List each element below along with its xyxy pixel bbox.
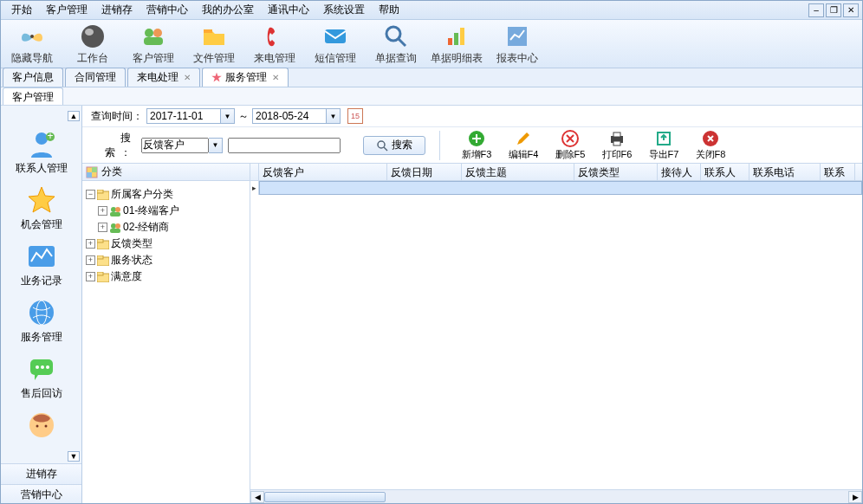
menu-item[interactable]: 进销存 bbox=[94, 1, 140, 19]
tree-node[interactable]: +满意度 bbox=[86, 268, 246, 285]
action-label: 删除F5 bbox=[555, 148, 586, 161]
chart-icon bbox=[443, 23, 470, 50]
collapse-down-button[interactable]: ▼ bbox=[68, 451, 80, 462]
toolbar-chart-button[interactable]: 单据明细表 bbox=[429, 22, 484, 67]
column-header[interactable]: 反馈日期 bbox=[387, 164, 462, 180]
toolbar-folder-button[interactable]: 文件管理 bbox=[186, 22, 242, 67]
nav-person-button[interactable]: +联系人管理 bbox=[5, 128, 78, 176]
search-text-input[interactable] bbox=[228, 138, 341, 153]
svg-rect-12 bbox=[460, 28, 464, 45]
toolbar-mail-button[interactable]: 短信管理 bbox=[308, 22, 363, 67]
scroll-track[interactable] bbox=[264, 491, 848, 503]
tree-node[interactable]: +反馈类型 bbox=[86, 236, 246, 252]
sub-tab[interactable]: 客户管理 bbox=[3, 87, 63, 105]
menu-item[interactable]: 我的办公室 bbox=[195, 1, 261, 19]
action-x-button[interactable]: 删除F5 bbox=[548, 129, 593, 161]
menu-item[interactable]: 系统设置 bbox=[316, 1, 372, 19]
tab[interactable]: 合同管理 bbox=[65, 68, 126, 87]
date-to-input[interactable] bbox=[252, 108, 327, 124]
svg-rect-38 bbox=[87, 172, 92, 178]
people-icon bbox=[109, 206, 121, 216]
tab[interactable]: 来电处理✕ bbox=[127, 68, 200, 87]
expand-icon[interactable]: + bbox=[86, 239, 95, 249]
toolbar-magnifier-button[interactable]: 单据查询 bbox=[368, 22, 424, 67]
column-header[interactable]: 联系电话 bbox=[749, 164, 821, 180]
column-header[interactable]: 反馈类型 bbox=[574, 164, 658, 180]
close-window-button[interactable]: ✕ bbox=[843, 3, 859, 17]
svg-point-0 bbox=[30, 35, 34, 38]
sidebar-section-list: 进销存营销中心我的办公室通讯中心系统设置 bbox=[1, 463, 81, 503]
search-action-bar: 搜 索： ▼ 搜索 新增F3编辑F4删除F5打印F6导出F7关闭F8 bbox=[82, 127, 862, 164]
collapse-up-button[interactable]: ▲ bbox=[68, 111, 80, 121]
calendar-icon[interactable]: 15 bbox=[347, 108, 363, 124]
tab-close-icon[interactable]: ✕ bbox=[184, 73, 191, 82]
scroll-right-button[interactable]: ▶ bbox=[848, 491, 862, 503]
nav-star-button[interactable]: 机会管理 bbox=[5, 184, 78, 232]
svg-rect-7 bbox=[325, 29, 346, 43]
toolbar-sphere-button[interactable]: 工作台 bbox=[65, 22, 120, 67]
column-header[interactable]: 联系人 bbox=[701, 164, 749, 180]
date-from-dropdown[interactable]: ▼ bbox=[221, 108, 235, 124]
nav-chat-button[interactable]: 售后回访 bbox=[5, 353, 78, 401]
column-header[interactable]: 反馈客户 bbox=[259, 164, 387, 180]
nav-face-button[interactable] bbox=[5, 410, 78, 441]
action-pencil-button[interactable]: 编辑F4 bbox=[501, 129, 546, 161]
action-export-button[interactable]: 导出F7 bbox=[641, 129, 686, 161]
svg-rect-50 bbox=[97, 255, 103, 259]
sphere-icon bbox=[79, 23, 107, 50]
search-type-combo[interactable] bbox=[141, 138, 209, 153]
tree-label: 满意度 bbox=[111, 269, 142, 284]
toolbar-people-button[interactable]: 客户管理 bbox=[126, 22, 181, 67]
svg-rect-32 bbox=[613, 132, 620, 137]
tab-label: 服务管理 bbox=[225, 70, 267, 85]
minimize-button[interactable]: – bbox=[808, 3, 824, 17]
column-header[interactable] bbox=[250, 164, 259, 180]
action-plus-button[interactable]: 新增F3 bbox=[454, 129, 499, 161]
grid-body[interactable]: ▸ bbox=[250, 181, 862, 489]
scroll-thumb[interactable] bbox=[264, 492, 386, 502]
menu-item[interactable]: 开始 bbox=[4, 1, 39, 19]
category-tree[interactable]: −所属客户分类+01-终端客户+02-经销商+反馈类型+服务状态+满意度 bbox=[82, 181, 250, 503]
column-header[interactable]: 反馈主题 bbox=[462, 164, 574, 180]
column-header[interactable]: 联系 bbox=[821, 164, 855, 180]
toolbar-report-button[interactable]: 报表中心 bbox=[490, 22, 545, 67]
action-close-button[interactable]: 关闭F8 bbox=[688, 129, 733, 161]
sidebar-section-item[interactable]: 营销中心 bbox=[1, 485, 81, 503]
tab-close-icon[interactable]: ✕ bbox=[272, 73, 279, 82]
selected-row[interactable] bbox=[259, 181, 862, 195]
tab[interactable]: 客户信息 bbox=[3, 68, 63, 87]
butterfly-icon bbox=[18, 23, 46, 50]
tree-node[interactable]: +02-经销商 bbox=[98, 219, 246, 236]
action-printer-button[interactable]: 打印F6 bbox=[594, 129, 639, 161]
tab[interactable]: 服务管理✕ bbox=[202, 68, 289, 87]
expand-icon[interactable]: + bbox=[98, 223, 107, 232]
scroll-left-button[interactable]: ◀ bbox=[250, 491, 264, 503]
tree-node[interactable]: +01-终端客户 bbox=[98, 203, 246, 219]
menu-item[interactable]: 帮助 bbox=[372, 1, 406, 19]
date-to-dropdown[interactable]: ▼ bbox=[327, 108, 341, 124]
toolbar-butterfly-button[interactable]: 隐藏导航 bbox=[4, 22, 60, 67]
tree-node[interactable]: −所属客户分类 bbox=[86, 186, 246, 203]
tree-label: 服务状态 bbox=[111, 253, 152, 268]
tree-label: 01-终端客户 bbox=[123, 204, 179, 218]
horizontal-scrollbar[interactable]: ◀ ▶ bbox=[250, 489, 862, 503]
toolbar-phone-button[interactable]: 来电管理 bbox=[247, 22, 302, 67]
nav-globe-button[interactable]: 服务管理 bbox=[5, 297, 78, 345]
expand-icon[interactable]: + bbox=[86, 255, 95, 265]
date-from-input[interactable] bbox=[146, 108, 221, 124]
row-indicator: ▸ bbox=[250, 181, 259, 195]
column-header[interactable]: 接待人 bbox=[658, 164, 701, 180]
menu-item[interactable]: 营销中心 bbox=[140, 1, 195, 19]
tree-node[interactable]: +服务状态 bbox=[86, 252, 246, 268]
maximize-button[interactable]: ❐ bbox=[826, 3, 841, 17]
expand-icon[interactable]: + bbox=[98, 206, 107, 216]
search-button[interactable]: 搜索 bbox=[363, 136, 425, 155]
nav-wave-button[interactable]: 业务记录 bbox=[5, 241, 78, 288]
collapse-icon[interactable]: − bbox=[86, 190, 95, 199]
search-type-dropdown[interactable]: ▼ bbox=[209, 138, 223, 153]
svg-point-45 bbox=[115, 223, 120, 229]
menu-item[interactable]: 客户管理 bbox=[39, 1, 94, 19]
menu-item[interactable]: 通讯中心 bbox=[261, 1, 316, 19]
sidebar-section-item[interactable]: 进销存 bbox=[1, 464, 81, 485]
expand-icon[interactable]: + bbox=[86, 272, 95, 281]
